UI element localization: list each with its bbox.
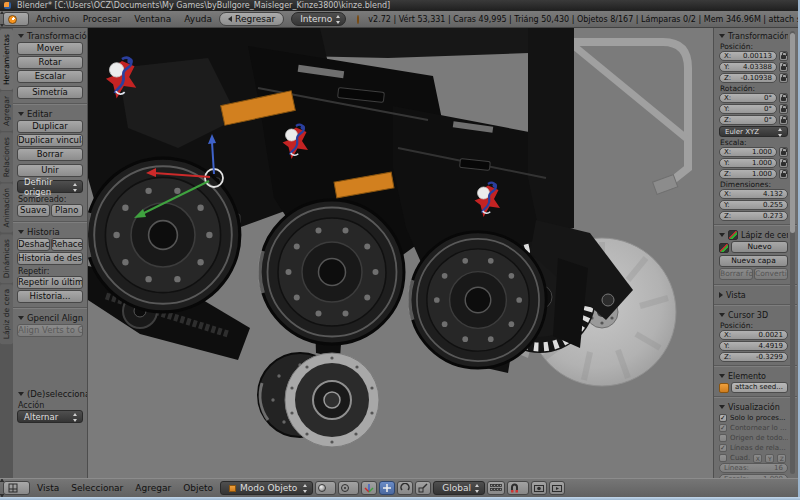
- orientation-dropdown[interactable]: Global: [433, 481, 485, 495]
- lock-icon[interactable]: [779, 158, 788, 168]
- menu-seleccionar[interactable]: Seleccionar: [66, 483, 128, 493]
- gp-new-layer-button[interactable]: Nueva capa: [719, 255, 788, 267]
- mirror-button[interactable]: Simetría: [17, 86, 83, 99]
- gp-new-button[interactable]: Nuevo: [731, 241, 788, 253]
- panel-header-grease-pencil[interactable]: Lápiz de cera: [719, 229, 788, 241]
- scale-z-field[interactable]: Z:1.000: [719, 169, 777, 179]
- dimensions-z-field[interactable]: Z:0.273: [719, 211, 788, 221]
- object-name-field[interactable]: attach seed...: [731, 382, 788, 393]
- relationship-lines-checkbox[interactable]: Líneas de rela...: [719, 443, 788, 453]
- viewport-3d-scene[interactable]: [88, 28, 713, 478]
- manipulator-scale-button[interactable]: [415, 481, 431, 495]
- repeat-history-button[interactable]: Historia...: [17, 290, 83, 303]
- shade-flat-button[interactable]: Plano: [51, 204, 84, 217]
- dimensions-x-field[interactable]: X:4.132: [719, 189, 788, 199]
- panel-header-gpencil-align[interactable]: Gpencil Align: [17, 312, 83, 324]
- panel-header-view[interactable]: Vista: [719, 289, 788, 301]
- position-x-field[interactable]: X:0.00113: [719, 51, 777, 61]
- position-z-field[interactable]: Z:-0.10938: [719, 73, 777, 83]
- lock-icon[interactable]: [779, 147, 788, 157]
- action-dropdown[interactable]: Alternar: [17, 410, 83, 423]
- outline-selected-checkbox[interactable]: Contornear lo ...: [719, 423, 788, 433]
- menu-ayuda[interactable]: Ayuda: [178, 11, 218, 27]
- lock-icon[interactable]: [779, 73, 788, 83]
- undo-history-button[interactable]: Historia de deshacer: [17, 252, 83, 265]
- back-to-previous-button[interactable]: Regresar: [219, 12, 284, 26]
- repeat-last-button[interactable]: Repetir lo último: [17, 276, 83, 289]
- redo-button[interactable]: Rehacer: [51, 238, 84, 251]
- mode-dropdown[interactable]: Modo Objeto: [220, 481, 313, 495]
- gp-convert-button[interactable]: Convertir: [754, 268, 788, 280]
- cursor-y-field[interactable]: Y:4.4919: [719, 341, 788, 351]
- scale-x-field[interactable]: X:1.000: [719, 147, 777, 157]
- scale-y-field[interactable]: Y:1.000: [719, 158, 777, 168]
- editor-type-button[interactable]: [3, 481, 30, 495]
- manipulator-rotate-button[interactable]: [397, 481, 413, 495]
- menu-ventana[interactable]: Ventana: [128, 11, 177, 27]
- axis-z-toggle[interactable]: Z: [777, 454, 786, 463]
- panel-header-item[interactable]: Elemento: [719, 370, 788, 382]
- menu-archivo[interactable]: Archivo: [30, 11, 76, 27]
- lock-icon[interactable]: [779, 93, 788, 103]
- set-origin-dropdown[interactable]: Definir origen: [17, 180, 83, 193]
- position-y-field[interactable]: Y:4.03388: [719, 62, 777, 72]
- rotation-z-field[interactable]: Z:0°: [719, 115, 777, 125]
- grid-floor-checkbox[interactable]: Cuad. X Y Z: [719, 453, 788, 463]
- panel-header-edit[interactable]: Editar: [17, 108, 83, 120]
- move-button[interactable]: Mover: [17, 42, 83, 55]
- lock-icon[interactable]: [779, 169, 788, 179]
- menu-vista[interactable]: Vista: [32, 483, 64, 493]
- align-verts-button[interactable]: Align Verts to Gpencil: [17, 324, 83, 337]
- join-button[interactable]: Unir: [17, 164, 83, 177]
- tab-agregar[interactable]: Agregar: [0, 91, 13, 131]
- lock-icon[interactable]: [779, 62, 788, 72]
- lock-icon[interactable]: [779, 51, 788, 61]
- cursor-z-field[interactable]: Z:-0.3299: [719, 352, 788, 362]
- gp-erase-button[interactable]: Borrar fot.: [719, 268, 753, 280]
- lock-icon[interactable]: [779, 104, 788, 114]
- panel-header-history[interactable]: Historia: [17, 226, 83, 238]
- menu-agregar[interactable]: Agregar: [130, 483, 176, 493]
- delete-button[interactable]: Borrar: [17, 148, 83, 161]
- duplicate-button[interactable]: Duplicar: [17, 120, 83, 133]
- only-render-checkbox[interactable]: Solo lo proces...: [719, 413, 788, 423]
- cursor-x-field[interactable]: X:0.0021: [719, 330, 788, 340]
- tab-lapiz-de-cera[interactable]: Lápiz de cera: [0, 284, 13, 344]
- snap-toggle-button[interactable]: [507, 481, 529, 495]
- lock-icon[interactable]: [779, 115, 788, 125]
- panel-header-cursor3d[interactable]: Cursor 3D: [719, 309, 788, 321]
- tab-herramientas[interactable]: Herramientas: [0, 29, 13, 90]
- shade-smooth-button[interactable]: Suave: [17, 204, 50, 217]
- panel-header-display[interactable]: Visualización: [719, 401, 788, 413]
- menu-procesar[interactable]: Procesar: [77, 11, 128, 27]
- tab-animacion[interactable]: Animación: [0, 183, 13, 232]
- manipulator-toggle-button[interactable]: [361, 481, 377, 495]
- dimensions-y-field[interactable]: Y:0.255: [719, 200, 788, 210]
- axis-x-toggle[interactable]: X: [753, 454, 762, 463]
- viewport-shading-dropdown[interactable]: [315, 481, 336, 495]
- viewport-3d[interactable]: [88, 28, 713, 478]
- pivot-center-dropdown[interactable]: [338, 481, 359, 495]
- panel-header-transform[interactable]: Transformación: [17, 30, 83, 42]
- manipulator-translate-button[interactable]: [379, 481, 395, 495]
- scrollbar-thumb[interactable]: [790, 33, 795, 233]
- grid-lines-field[interactable]: Líneas:16: [719, 463, 788, 473]
- rotation-mode-dropdown[interactable]: Euler XYZ: [719, 126, 788, 137]
- opengl-render-button[interactable]: [531, 481, 547, 495]
- tab-dinamicas[interactable]: Dinámicas: [0, 234, 13, 283]
- undo-button[interactable]: Deshacer: [17, 238, 50, 251]
- operator-panel-header[interactable]: (De)seleccionar todo: [17, 388, 83, 400]
- npanel-scrollbar[interactable]: [790, 31, 795, 474]
- opengl-render-anim-button[interactable]: [549, 481, 565, 495]
- render-engine-select[interactable]: Interno: [291, 12, 346, 26]
- rotation-x-field[interactable]: X:0°: [719, 93, 777, 103]
- scale-button[interactable]: Escalar: [17, 70, 83, 83]
- editor-type-button[interactable]: [3, 12, 29, 26]
- tab-relaciones[interactable]: Relaciones: [0, 132, 13, 182]
- layers-widget[interactable]: [487, 481, 505, 495]
- menu-objeto[interactable]: Objeto: [178, 483, 218, 493]
- axis-y-toggle[interactable]: Y: [765, 454, 774, 463]
- rotate-button[interactable]: Rotar: [17, 56, 83, 69]
- duplicate-linked-button[interactable]: Duplicar vinculado: [17, 134, 83, 147]
- rotation-y-field[interactable]: Y:0°: [719, 104, 777, 114]
